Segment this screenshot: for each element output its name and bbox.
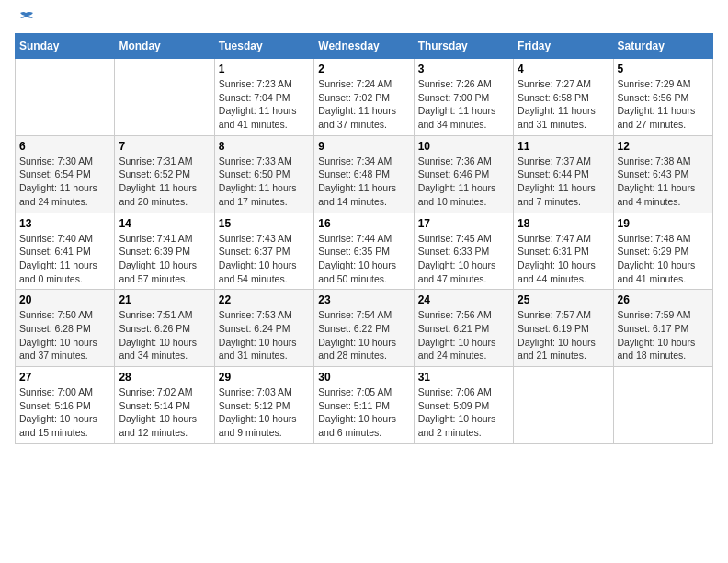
calendar-cell: 16Sunrise: 7:44 AM Sunset: 6:35 PM Dayli… bbox=[314, 213, 414, 290]
calendar-cell: 7Sunrise: 7:31 AM Sunset: 6:52 PM Daylig… bbox=[115, 135, 214, 213]
calendar-cell: 2Sunrise: 7:24 AM Sunset: 7:02 PM Daylig… bbox=[314, 59, 414, 136]
column-header-thursday: Thursday bbox=[414, 34, 513, 59]
calendar-cell: 29Sunrise: 7:03 AM Sunset: 5:12 PM Dayli… bbox=[214, 367, 313, 444]
cell-sun-info: Sunrise: 7:44 AM Sunset: 6:35 PM Dayligh… bbox=[318, 232, 409, 286]
calendar-cell: 10Sunrise: 7:36 AM Sunset: 6:46 PM Dayli… bbox=[414, 135, 513, 213]
cell-sun-info: Sunrise: 7:23 AM Sunset: 7:04 PM Dayligh… bbox=[219, 77, 310, 132]
calendar-cell: 1Sunrise: 7:23 AM Sunset: 7:04 PM Daylig… bbox=[214, 59, 313, 136]
column-header-sunday: Sunday bbox=[16, 34, 115, 59]
day-number: 2 bbox=[318, 63, 409, 75]
cell-sun-info: Sunrise: 7:00 AM Sunset: 5:16 PM Dayligh… bbox=[19, 385, 110, 440]
day-number: 11 bbox=[518, 140, 609, 153]
week-row-1: 1Sunrise: 7:23 AM Sunset: 7:04 PM Daylig… bbox=[16, 59, 713, 136]
calendar-cell: 22Sunrise: 7:53 AM Sunset: 6:24 PM Dayli… bbox=[214, 290, 313, 367]
calendar-cell: 8Sunrise: 7:33 AM Sunset: 6:50 PM Daylig… bbox=[214, 135, 313, 213]
day-number: 14 bbox=[119, 217, 210, 230]
cell-sun-info: Sunrise: 7:29 AM Sunset: 6:56 PM Dayligh… bbox=[618, 77, 709, 132]
calendar-cell: 15Sunrise: 7:43 AM Sunset: 6:37 PM Dayli… bbox=[214, 213, 313, 290]
cell-sun-info: Sunrise: 7:24 AM Sunset: 7:02 PM Dayligh… bbox=[318, 77, 409, 132]
day-number: 29 bbox=[219, 371, 310, 384]
day-number: 31 bbox=[418, 371, 509, 384]
calendar-cell: 24Sunrise: 7:56 AM Sunset: 6:21 PM Dayli… bbox=[414, 290, 513, 367]
day-number: 13 bbox=[19, 217, 110, 230]
calendar-cell bbox=[16, 59, 115, 136]
column-header-saturday: Saturday bbox=[613, 34, 712, 59]
day-number: 24 bbox=[418, 293, 509, 306]
cell-sun-info: Sunrise: 7:43 AM Sunset: 6:37 PM Dayligh… bbox=[219, 232, 310, 286]
cell-sun-info: Sunrise: 7:41 AM Sunset: 6:39 PM Dayligh… bbox=[119, 232, 210, 286]
cell-sun-info: Sunrise: 7:37 AM Sunset: 6:44 PM Dayligh… bbox=[518, 155, 609, 209]
day-number: 28 bbox=[119, 371, 210, 384]
calendar-cell: 31Sunrise: 7:06 AM Sunset: 5:09 PM Dayli… bbox=[414, 367, 513, 444]
calendar-cell: 20Sunrise: 7:50 AM Sunset: 6:28 PM Dayli… bbox=[16, 290, 115, 367]
day-number: 15 bbox=[219, 217, 310, 230]
day-number: 21 bbox=[119, 293, 210, 306]
day-number: 10 bbox=[418, 140, 509, 153]
calendar-cell: 25Sunrise: 7:57 AM Sunset: 6:19 PM Dayli… bbox=[514, 290, 613, 367]
calendar-cell: 26Sunrise: 7:59 AM Sunset: 6:17 PM Dayli… bbox=[613, 290, 712, 367]
cell-sun-info: Sunrise: 7:05 AM Sunset: 5:11 PM Dayligh… bbox=[318, 385, 409, 440]
day-number: 20 bbox=[19, 293, 110, 306]
day-number: 26 bbox=[618, 293, 709, 306]
cell-sun-info: Sunrise: 7:03 AM Sunset: 5:12 PM Dayligh… bbox=[219, 385, 310, 440]
day-number: 18 bbox=[518, 217, 609, 230]
calendar-cell: 19Sunrise: 7:48 AM Sunset: 6:29 PM Dayli… bbox=[613, 213, 712, 290]
cell-sun-info: Sunrise: 7:51 AM Sunset: 6:26 PM Dayligh… bbox=[119, 308, 210, 362]
day-number: 22 bbox=[219, 293, 310, 306]
calendar-cell: 6Sunrise: 7:30 AM Sunset: 6:54 PM Daylig… bbox=[16, 135, 115, 213]
day-number: 7 bbox=[119, 140, 210, 153]
week-row-3: 13Sunrise: 7:40 AM Sunset: 6:41 PM Dayli… bbox=[16, 213, 713, 290]
day-number: 9 bbox=[318, 140, 409, 153]
day-number: 1 bbox=[219, 63, 310, 75]
day-number: 6 bbox=[19, 140, 110, 153]
week-row-2: 6Sunrise: 7:30 AM Sunset: 6:54 PM Daylig… bbox=[16, 135, 713, 213]
cell-sun-info: Sunrise: 7:40 AM Sunset: 6:41 PM Dayligh… bbox=[19, 232, 110, 286]
calendar-cell: 4Sunrise: 7:27 AM Sunset: 6:58 PM Daylig… bbox=[514, 59, 613, 136]
calendar-cell bbox=[613, 367, 712, 444]
day-number: 25 bbox=[518, 293, 609, 306]
column-header-monday: Monday bbox=[115, 34, 214, 59]
day-number: 5 bbox=[618, 63, 709, 75]
logo bbox=[15, 15, 35, 22]
day-number: 16 bbox=[318, 217, 409, 230]
day-number: 3 bbox=[418, 63, 509, 75]
day-number: 27 bbox=[19, 371, 110, 384]
calendar-cell: 13Sunrise: 7:40 AM Sunset: 6:41 PM Dayli… bbox=[16, 213, 115, 290]
cell-sun-info: Sunrise: 7:53 AM Sunset: 6:24 PM Dayligh… bbox=[219, 308, 310, 362]
cell-sun-info: Sunrise: 7:48 AM Sunset: 6:29 PM Dayligh… bbox=[618, 232, 709, 286]
calendar-cell: 14Sunrise: 7:41 AM Sunset: 6:39 PM Dayli… bbox=[115, 213, 214, 290]
cell-sun-info: Sunrise: 7:36 AM Sunset: 6:46 PM Dayligh… bbox=[418, 155, 509, 209]
day-number: 23 bbox=[318, 293, 409, 306]
day-number: 30 bbox=[318, 371, 409, 384]
cell-sun-info: Sunrise: 7:59 AM Sunset: 6:17 PM Dayligh… bbox=[618, 308, 709, 362]
page-header bbox=[15, 15, 713, 22]
calendar-table: SundayMondayTuesdayWednesdayThursdayFrid… bbox=[15, 33, 713, 444]
week-row-5: 27Sunrise: 7:00 AM Sunset: 5:16 PM Dayli… bbox=[16, 367, 713, 444]
calendar-cell: 27Sunrise: 7:00 AM Sunset: 5:16 PM Dayli… bbox=[16, 367, 115, 444]
column-header-wednesday: Wednesday bbox=[314, 34, 414, 59]
calendar-cell bbox=[115, 59, 214, 136]
day-number: 12 bbox=[618, 140, 709, 153]
cell-sun-info: Sunrise: 7:26 AM Sunset: 7:00 PM Dayligh… bbox=[418, 77, 509, 132]
cell-sun-info: Sunrise: 7:54 AM Sunset: 6:22 PM Dayligh… bbox=[318, 308, 409, 362]
calendar-cell: 28Sunrise: 7:02 AM Sunset: 5:14 PM Dayli… bbox=[115, 367, 214, 444]
calendar-cell: 30Sunrise: 7:05 AM Sunset: 5:11 PM Dayli… bbox=[314, 367, 414, 444]
cell-sun-info: Sunrise: 7:30 AM Sunset: 6:54 PM Dayligh… bbox=[19, 155, 110, 209]
cell-sun-info: Sunrise: 7:06 AM Sunset: 5:09 PM Dayligh… bbox=[418, 385, 509, 440]
cell-sun-info: Sunrise: 7:02 AM Sunset: 5:14 PM Dayligh… bbox=[119, 385, 210, 440]
logo-bird-icon bbox=[17, 11, 35, 26]
cell-sun-info: Sunrise: 7:34 AM Sunset: 6:48 PM Dayligh… bbox=[318, 155, 409, 209]
calendar-cell: 12Sunrise: 7:38 AM Sunset: 6:43 PM Dayli… bbox=[613, 135, 712, 213]
calendar-cell bbox=[514, 367, 613, 444]
cell-sun-info: Sunrise: 7:33 AM Sunset: 6:50 PM Dayligh… bbox=[219, 155, 310, 209]
cell-sun-info: Sunrise: 7:50 AM Sunset: 6:28 PM Dayligh… bbox=[19, 308, 110, 362]
day-number: 19 bbox=[618, 217, 709, 230]
cell-sun-info: Sunrise: 7:45 AM Sunset: 6:33 PM Dayligh… bbox=[418, 232, 509, 286]
cell-sun-info: Sunrise: 7:56 AM Sunset: 6:21 PM Dayligh… bbox=[418, 308, 509, 362]
cell-sun-info: Sunrise: 7:47 AM Sunset: 6:31 PM Dayligh… bbox=[518, 232, 609, 286]
column-header-friday: Friday bbox=[514, 34, 613, 59]
column-header-tuesday: Tuesday bbox=[214, 34, 313, 59]
calendar-cell: 23Sunrise: 7:54 AM Sunset: 6:22 PM Dayli… bbox=[314, 290, 414, 367]
cell-sun-info: Sunrise: 7:38 AM Sunset: 6:43 PM Dayligh… bbox=[618, 155, 709, 209]
cell-sun-info: Sunrise: 7:31 AM Sunset: 6:52 PM Dayligh… bbox=[119, 155, 210, 209]
